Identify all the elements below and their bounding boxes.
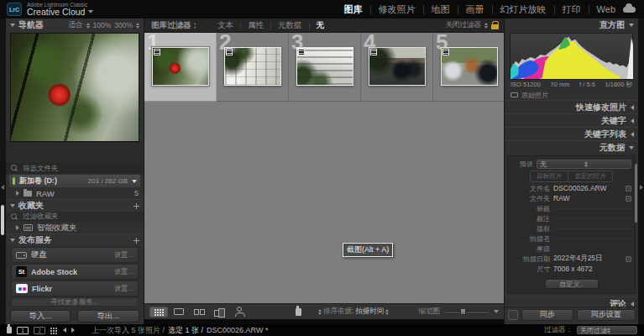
photo-thumbnail[interactable]: [369, 47, 426, 86]
navigator-preview-image[interactable]: [10, 33, 139, 142]
keyword-list-header[interactable]: 关键字列表: [505, 127, 638, 140]
navigator-header[interactable]: 导航器 适合 100% 300%: [6, 18, 144, 32]
customize-metadata-button[interactable]: 自定义..: [545, 279, 599, 289]
thumbnail-badge-icon[interactable]: [370, 49, 377, 55]
zoom-spinner-icon[interactable]: [136, 23, 139, 29]
back-to-grid-icon[interactable]: [50, 328, 52, 329]
smart-collections-item[interactable]: 智能收藏夹: [6, 222, 144, 234]
sort-spinner-icon[interactable]: [385, 309, 389, 315]
toolbar-options-chevron-icon[interactable]: [494, 310, 499, 313]
navigator-zoom-300[interactable]: 300%: [114, 21, 133, 29]
module-tab-develop[interactable]: 修改照片: [379, 3, 416, 16]
add-publish-service-icon[interactable]: [134, 238, 139, 244]
module-tab-library[interactable]: 图库: [344, 3, 363, 16]
filter-lock-icon[interactable]: [491, 24, 499, 29]
service-settings-link[interactable]: 设置...: [114, 267, 134, 276]
metadata-preset-dropdown[interactable]: 无: [537, 160, 631, 169]
right-panel-scrollbar[interactable]: [635, 164, 637, 223]
export-button[interactable]: 导出...: [77, 310, 139, 323]
module-tab-book[interactable]: 画册: [466, 3, 484, 16]
publish-services-header[interactable]: 发布服务: [6, 234, 144, 246]
sync-button[interactable]: 同步: [521, 309, 573, 321]
volume-browser[interactable]: 新加卷 (D:) 201 / 262 GB: [9, 175, 140, 187]
filter-none-option[interactable]: 无: [317, 20, 325, 31]
loupe-view-button[interactable]: [170, 307, 188, 318]
painter-tool-icon[interactable]: [296, 308, 301, 316]
module-tab-print[interactable]: 打印: [563, 3, 581, 16]
grid-cell[interactable]: 2: [217, 33, 289, 102]
original-photo-row[interactable]: 原始照片: [505, 90, 638, 100]
left-panel-collapse-arrow-icon[interactable]: [1, 185, 4, 190]
thumbnail-badge-icon[interactable]: [154, 49, 160, 55]
left-panel-edge[interactable]: [0, 18, 6, 324]
filmstrip-filter-dropdown[interactable]: 关闭过滤器: [577, 326, 637, 334]
go-back-icon[interactable]: [63, 328, 66, 333]
keywords-header[interactable]: 关键字: [505, 113, 638, 127]
thumbnail-size-slider[interactable]: [445, 311, 489, 312]
collections-header[interactable]: 收藏夹: [6, 199, 144, 212]
right-panel-collapse-arrow-icon[interactable]: [640, 185, 643, 190]
service-settings-link[interactable]: 设置...: [114, 284, 134, 293]
second-window-button[interactable]: 2: [34, 327, 45, 334]
photo-thumbnail[interactable]: [441, 47, 498, 86]
target-photo-button[interactable]: 目标照片: [530, 171, 568, 182]
module-tab-map[interactable]: 地图: [432, 3, 450, 16]
filter-attribute-option[interactable]: 属性: [248, 20, 264, 31]
compare-view-button[interactable]: [190, 307, 208, 318]
field-action-icon[interactable]: [626, 196, 631, 202]
metadata-header[interactable]: 默认值 元数据: [505, 140, 638, 154]
grid-view-area[interactable]: 1 2 3 4 5 截图(Alt + A): [144, 33, 504, 303]
publish-service-adobestock[interactable]: St Adobe Stock 设置...: [11, 264, 139, 280]
sync-settings-button[interactable]: 同步设置: [577, 309, 636, 321]
volume-chevron-icon[interactable]: [132, 180, 137, 183]
service-settings-link[interactable]: 设置...: [114, 250, 134, 260]
navigator-zoom-100[interactable]: 100%: [93, 21, 112, 29]
find-more-services-button[interactable]: 寻找更多服务...: [11, 297, 139, 307]
import-button[interactable]: 导入...: [10, 310, 71, 323]
thumbnail-badge-icon[interactable]: [442, 49, 449, 55]
grid-cell[interactable]: 5: [433, 33, 504, 102]
thumbnail-badge-icon[interactable]: [298, 49, 305, 55]
module-tab-web[interactable]: Web: [597, 4, 615, 14]
folder-filter-input[interactable]: 筛选文件夹: [6, 163, 144, 174]
publish-service-harddrive[interactable]: 硬盘 设置...: [11, 247, 139, 263]
left-panel-scrollbar[interactable]: [1, 205, 4, 235]
survey-view-button[interactable]: [210, 307, 228, 318]
collection-expand-icon[interactable]: [16, 225, 19, 230]
slider-handle[interactable]: [460, 308, 466, 315]
field-action-icon[interactable]: [626, 186, 631, 192]
grid-cell[interactable]: 3: [289, 33, 361, 102]
right-panel-edge[interactable]: [638, 18, 644, 324]
collection-filter-input[interactable]: 过滤收藏夹: [6, 212, 144, 222]
thumbnail-badge-icon[interactable]: [226, 49, 233, 55]
photo-thumbnail[interactable]: [224, 47, 281, 86]
fit-spinner-icon[interactable]: [86, 23, 90, 29]
add-collection-icon[interactable]: [134, 203, 139, 209]
module-tab-slideshow[interactable]: 幻灯片放映: [500, 3, 547, 16]
creative-cloud-sync-icon[interactable]: [623, 7, 636, 13]
go-forward-icon[interactable]: [71, 328, 75, 333]
autosync-toggle-icon[interactable]: [508, 310, 518, 320]
painter-spray-icon[interactable]: [7, 327, 12, 333]
histogram-header[interactable]: 直方图: [505, 18, 638, 32]
filter-preset-spinner-icon[interactable]: [484, 23, 488, 29]
folder-item-raw[interactable]: RAW 5: [6, 187, 144, 199]
sort-value-dropdown[interactable]: 拍摄时间: [355, 307, 384, 317]
quick-develop-header[interactable]: 默认值 快速修改照片: [505, 100, 638, 113]
sort-direction-icon[interactable]: [318, 309, 322, 315]
filter-preset-dropdown[interactable]: 关闭过滤器: [446, 20, 482, 30]
filmstrip-source-text[interactable]: 上一次导入 5 张照片 /: [92, 325, 165, 336]
grid-cell-selected[interactable]: 1: [144, 33, 217, 102]
field-action-icon[interactable]: [626, 256, 631, 262]
folder-expand-icon[interactable]: [16, 191, 19, 196]
main-window-button[interactable]: 1: [17, 327, 29, 334]
photo-thumbnail[interactable]: [296, 47, 353, 86]
grid-cell[interactable]: 4: [361, 33, 433, 102]
selected-photos-button[interactable]: 选定的照片: [568, 171, 613, 182]
grid-view-button[interactable]: [149, 307, 168, 318]
photo-thumbnail[interactable]: [152, 47, 209, 86]
publish-service-flickr[interactable]: Flickr 设置...: [11, 281, 139, 297]
account-chevron-icon[interactable]: [88, 10, 93, 13]
histogram-canvas[interactable]: [510, 33, 633, 80]
navigator-fit-option[interactable]: 适合: [69, 20, 83, 30]
